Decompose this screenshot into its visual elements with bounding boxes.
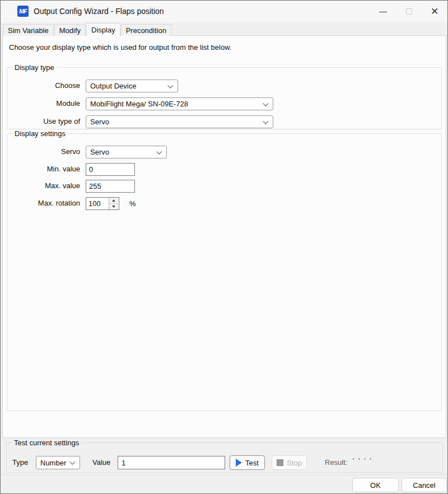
spinner-buttons xyxy=(109,198,118,209)
tab-strip: Sim Variable Modify Display Precondition xyxy=(3,22,172,36)
type-combobox[interactable]: Number xyxy=(36,456,80,469)
use-type-combobox[interactable]: Servo xyxy=(86,115,273,128)
servo-row: Servo Servo xyxy=(7,146,441,159)
maximize-button[interactable] xyxy=(396,1,422,22)
chevron-down-icon xyxy=(156,149,162,155)
test-current-settings-group: Test current settings Type Number Value … xyxy=(6,442,443,473)
display-type-group: Display type Choose Output Device Module… xyxy=(7,67,442,129)
chevron-down-icon xyxy=(263,119,268,124)
max-rotation-spinner[interactable] xyxy=(86,197,119,210)
servo-combobox[interactable]: Servo xyxy=(86,146,167,159)
title-bar: MF Output Config Wizard - Flaps position… xyxy=(1,1,447,22)
footer-separator xyxy=(1,474,447,475)
play-icon xyxy=(236,459,242,467)
close-icon: ✕ xyxy=(431,6,438,17)
spinner-down-icon xyxy=(112,206,115,208)
minimize-icon: — xyxy=(379,7,387,16)
stop-button-label: Stop xyxy=(287,459,302,467)
value-label: Value xyxy=(92,456,110,469)
tab-modify[interactable]: Modify xyxy=(54,24,86,36)
spinner-down-button[interactable] xyxy=(109,204,118,209)
module-combobox[interactable]: MobiFlight Mega/ SN-09E-728 xyxy=(86,97,273,110)
choose-label: Choose xyxy=(7,80,80,92)
tab-precondition[interactable]: Precondition xyxy=(121,24,171,36)
maximize-icon xyxy=(406,8,412,15)
chevron-down-icon xyxy=(69,459,75,465)
use-type-label: Use type of xyxy=(7,115,80,128)
type-combobox-value: Number xyxy=(40,459,66,467)
chevron-down-icon xyxy=(263,101,268,106)
min-value-label: Min. value xyxy=(7,163,80,175)
spinner-up-icon xyxy=(112,199,115,202)
display-settings-group: Display settings Servo Servo Min. value … xyxy=(7,133,442,411)
servo-label: Servo xyxy=(7,146,80,158)
result-value: ' ' ' ' xyxy=(353,454,372,468)
mobiflight-logo-icon: MF xyxy=(17,6,29,17)
window-title: Output Config Wizard - Flaps position xyxy=(34,7,164,16)
servo-combobox-value: Servo xyxy=(90,148,109,156)
max-rotation-label: Max. rotation xyxy=(7,197,80,209)
output-config-wizard-window: MF Output Config Wizard - Flaps position… xyxy=(0,0,448,494)
rotation-unit-label: % xyxy=(129,197,136,210)
cancel-button[interactable]: Cancel xyxy=(402,478,447,492)
spinner-up-button[interactable] xyxy=(109,198,118,204)
min-value-input[interactable] xyxy=(86,163,135,176)
group-title-test-settings: Test current settings xyxy=(12,439,81,447)
use-type-combobox-value: Servo xyxy=(90,118,109,126)
description-text: Choose your display type which is used f… xyxy=(9,43,231,52)
min-value-row: Min. value xyxy=(7,163,441,176)
window-controls: — ✕ xyxy=(370,1,447,22)
stop-icon xyxy=(277,459,283,466)
module-combobox-value: MobiFlight Mega/ SN-09E-728 xyxy=(90,100,188,108)
tab-display[interactable]: Display xyxy=(86,23,120,36)
minimize-button[interactable]: — xyxy=(370,1,396,22)
chevron-down-icon xyxy=(167,83,173,88)
max-value-input[interactable] xyxy=(86,180,135,193)
test-button[interactable]: Test xyxy=(230,455,265,470)
module-label: Module xyxy=(7,97,80,110)
close-button[interactable]: ✕ xyxy=(422,1,447,22)
max-rotation-input[interactable] xyxy=(86,198,109,209)
ok-button[interactable]: OK xyxy=(352,478,399,492)
stop-button[interactable]: Stop xyxy=(272,455,307,470)
choose-combobox-value: Output Device xyxy=(90,82,136,90)
choose-combobox[interactable]: Output Device xyxy=(86,80,178,92)
module-row: Module MobiFlight Mega/ SN-09E-728 xyxy=(7,97,441,111)
display-tab-page: Choose your display type which is used f… xyxy=(2,35,446,438)
type-label: Type xyxy=(12,456,28,469)
group-title-display-type: Display type xyxy=(12,63,57,72)
value-input[interactable] xyxy=(118,456,225,469)
test-button-label: Test xyxy=(245,459,259,467)
max-rotation-row: Max. rotation % xyxy=(7,197,441,211)
choose-row: Choose Output Device xyxy=(7,80,441,93)
group-title-display-settings: Display settings xyxy=(12,129,68,138)
use-type-row: Use type of Servo xyxy=(7,115,441,129)
max-value-row: Max. value xyxy=(7,180,441,193)
tab-sim-variable[interactable]: Sim Variable xyxy=(3,24,54,36)
max-value-label: Max. value xyxy=(7,180,80,192)
result-label: Result: xyxy=(325,456,347,469)
